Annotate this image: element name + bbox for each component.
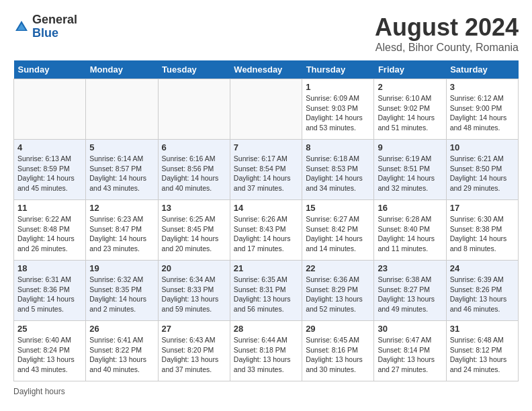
day-number: 30: [378, 324, 442, 334]
page-subtitle: Alesd, Bihor County, Romania: [375, 42, 519, 54]
calendar-cell: 20Sunrise: 6:34 AM Sunset: 8:33 PM Dayli…: [158, 261, 230, 321]
day-number: 22: [306, 263, 370, 273]
day-number: 28: [234, 324, 298, 334]
day-number: 14: [234, 203, 298, 213]
calendar-cell: 3Sunrise: 6:12 AM Sunset: 9:00 PM Daylig…: [446, 79, 518, 140]
calendar-cell: 5Sunrise: 6:14 AM Sunset: 8:57 PM Daylig…: [86, 140, 158, 200]
calendar-cell: 19Sunrise: 6:32 AM Sunset: 8:35 PM Dayli…: [86, 261, 158, 321]
day-info: Sunrise: 6:10 AM Sunset: 9:02 PM Dayligh…: [378, 93, 442, 133]
day-number: 16: [378, 203, 442, 213]
day-header-friday: Friday: [374, 60, 446, 79]
week-row-5: 25Sunrise: 6:40 AM Sunset: 8:24 PM Dayli…: [14, 321, 519, 381]
calendar-cell: 18Sunrise: 6:31 AM Sunset: 8:36 PM Dayli…: [14, 261, 86, 321]
day-info: Sunrise: 6:34 AM Sunset: 8:33 PM Dayligh…: [162, 275, 226, 314]
calendar-cell: 29Sunrise: 6:45 AM Sunset: 8:16 PM Dayli…: [302, 321, 374, 381]
day-number: 24: [450, 263, 515, 273]
day-info: Sunrise: 6:43 AM Sunset: 8:20 PM Dayligh…: [162, 335, 226, 375]
calendar-cell: [14, 79, 86, 140]
calendar-cell: 7Sunrise: 6:17 AM Sunset: 8:54 PM Daylig…: [230, 140, 302, 200]
day-info: Sunrise: 6:45 AM Sunset: 8:16 PM Dayligh…: [306, 335, 370, 375]
day-info: Sunrise: 6:28 AM Sunset: 8:40 PM Dayligh…: [378, 214, 442, 254]
day-number: 20: [162, 263, 226, 273]
day-info: Sunrise: 6:23 AM Sunset: 8:47 PM Dayligh…: [89, 214, 154, 254]
day-info: Sunrise: 6:38 AM Sunset: 8:27 PM Dayligh…: [378, 275, 442, 314]
day-header-monday: Monday: [86, 60, 158, 79]
day-info: Sunrise: 6:16 AM Sunset: 8:56 PM Dayligh…: [162, 154, 226, 193]
footer-label: Daylight hours: [13, 387, 519, 396]
calendar-cell: 6Sunrise: 6:16 AM Sunset: 8:56 PM Daylig…: [158, 140, 230, 200]
day-number: 7: [234, 142, 298, 152]
calendar-cell: 25Sunrise: 6:40 AM Sunset: 8:24 PM Dayli…: [14, 321, 86, 381]
week-row-3: 11Sunrise: 6:22 AM Sunset: 8:48 PM Dayli…: [14, 200, 519, 261]
day-number: 5: [89, 142, 154, 152]
day-number: 9: [378, 142, 442, 152]
calendar-cell: 4Sunrise: 6:13 AM Sunset: 8:59 PM Daylig…: [14, 140, 86, 200]
day-number: 3: [450, 82, 515, 92]
day-info: Sunrise: 6:30 AM Sunset: 8:38 PM Dayligh…: [450, 214, 515, 254]
day-number: 17: [450, 203, 515, 213]
day-info: Sunrise: 6:41 AM Sunset: 8:22 PM Dayligh…: [89, 335, 154, 375]
calendar-cell: 27Sunrise: 6:43 AM Sunset: 8:20 PM Dayli…: [158, 321, 230, 381]
day-number: 18: [17, 263, 82, 273]
calendar-cell: 26Sunrise: 6:41 AM Sunset: 8:22 PM Dayli…: [86, 321, 158, 381]
calendar-cell: 30Sunrise: 6:47 AM Sunset: 8:14 PM Dayli…: [374, 321, 446, 381]
day-number: 2: [378, 82, 442, 92]
day-number: 27: [162, 324, 226, 334]
logo: General Blue: [13, 13, 77, 40]
day-number: 31: [450, 324, 515, 334]
day-number: 8: [306, 142, 370, 152]
day-number: 13: [162, 203, 226, 213]
day-number: 26: [89, 324, 154, 334]
day-info: Sunrise: 6:09 AM Sunset: 9:03 PM Dayligh…: [306, 93, 370, 133]
calendar-cell: 11Sunrise: 6:22 AM Sunset: 8:48 PM Dayli…: [14, 200, 86, 261]
calendar-cell: 16Sunrise: 6:28 AM Sunset: 8:40 PM Dayli…: [374, 200, 446, 261]
day-number: 21: [234, 263, 298, 273]
header: General Blue August 2024 Alesd, Bihor Co…: [13, 13, 519, 54]
day-info: Sunrise: 6:17 AM Sunset: 8:54 PM Dayligh…: [234, 154, 298, 193]
calendar-cell: 28Sunrise: 6:44 AM Sunset: 8:18 PM Dayli…: [230, 321, 302, 381]
calendar-cell: 14Sunrise: 6:26 AM Sunset: 8:43 PM Dayli…: [230, 200, 302, 261]
day-number: 25: [17, 324, 82, 334]
day-number: 12: [89, 203, 154, 213]
calendar-cell: 15Sunrise: 6:27 AM Sunset: 8:42 PM Dayli…: [302, 200, 374, 261]
week-row-1: 1Sunrise: 6:09 AM Sunset: 9:03 PM Daylig…: [14, 79, 519, 140]
day-info: Sunrise: 6:48 AM Sunset: 8:12 PM Dayligh…: [450, 335, 515, 375]
day-number: 1: [306, 82, 370, 92]
week-row-4: 18Sunrise: 6:31 AM Sunset: 8:36 PM Dayli…: [14, 261, 519, 321]
day-number: 29: [306, 324, 370, 334]
calendar-cell: 22Sunrise: 6:36 AM Sunset: 8:29 PM Dayli…: [302, 261, 374, 321]
calendar-cell: 21Sunrise: 6:35 AM Sunset: 8:31 PM Dayli…: [230, 261, 302, 321]
day-number: 4: [17, 142, 82, 152]
page-title: August 2024: [375, 13, 519, 42]
day-info: Sunrise: 6:18 AM Sunset: 8:53 PM Dayligh…: [306, 154, 370, 193]
calendar-cell: [86, 79, 158, 140]
calendar-cell: 24Sunrise: 6:39 AM Sunset: 8:26 PM Dayli…: [446, 261, 518, 321]
day-info: Sunrise: 6:32 AM Sunset: 8:35 PM Dayligh…: [89, 275, 154, 314]
header-row: SundayMondayTuesdayWednesdayThursdayFrid…: [14, 60, 519, 79]
day-number: 19: [89, 263, 154, 273]
day-number: 23: [378, 263, 442, 273]
calendar-cell: [158, 79, 230, 140]
calendar-cell: 8Sunrise: 6:18 AM Sunset: 8:53 PM Daylig…: [302, 140, 374, 200]
day-header-sunday: Sunday: [14, 60, 86, 79]
calendar-cell: 2Sunrise: 6:10 AM Sunset: 9:02 PM Daylig…: [374, 79, 446, 140]
day-info: Sunrise: 6:19 AM Sunset: 8:51 PM Dayligh…: [378, 154, 442, 193]
calendar-cell: 10Sunrise: 6:21 AM Sunset: 8:50 PM Dayli…: [446, 140, 518, 200]
day-header-wednesday: Wednesday: [230, 60, 302, 79]
day-info: Sunrise: 6:22 AM Sunset: 8:48 PM Dayligh…: [17, 214, 82, 254]
week-row-2: 4Sunrise: 6:13 AM Sunset: 8:59 PM Daylig…: [14, 140, 519, 200]
day-number: 11: [17, 203, 82, 213]
day-info: Sunrise: 6:25 AM Sunset: 8:45 PM Dayligh…: [162, 214, 226, 254]
day-info: Sunrise: 6:35 AM Sunset: 8:31 PM Dayligh…: [234, 275, 298, 314]
calendar-cell: 9Sunrise: 6:19 AM Sunset: 8:51 PM Daylig…: [374, 140, 446, 200]
logo-icon: [13, 19, 30, 35]
day-header-thursday: Thursday: [302, 60, 374, 79]
day-info: Sunrise: 6:13 AM Sunset: 8:59 PM Dayligh…: [17, 154, 82, 193]
day-info: Sunrise: 6:14 AM Sunset: 8:57 PM Dayligh…: [89, 154, 154, 193]
calendar-cell: [230, 79, 302, 140]
logo-general: General Blue: [32, 13, 77, 40]
day-info: Sunrise: 6:27 AM Sunset: 8:42 PM Dayligh…: [306, 214, 370, 254]
day-info: Sunrise: 6:36 AM Sunset: 8:29 PM Dayligh…: [306, 275, 370, 314]
day-number: 6: [162, 142, 226, 152]
day-number: 10: [450, 142, 515, 152]
